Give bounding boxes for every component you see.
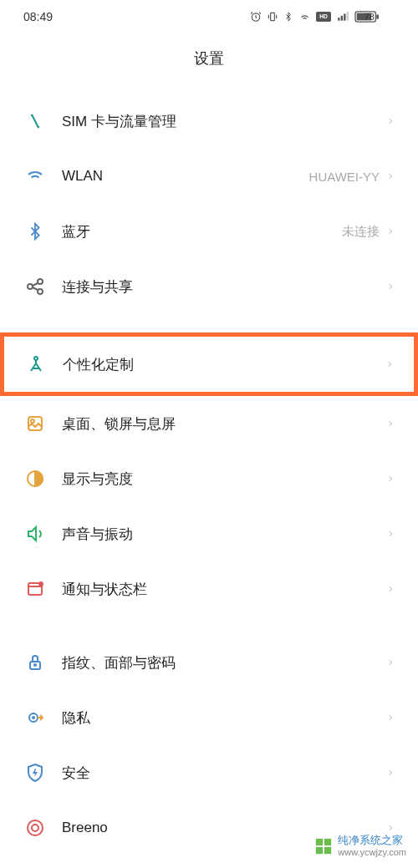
svg-rect-5: [340, 16, 342, 21]
item-value: 未连接: [342, 224, 380, 240]
chevron-right-icon: [386, 417, 395, 430]
status-icons: HD 78: [250, 11, 395, 23]
watermark-logo-icon: [314, 837, 333, 855]
svg-rect-28: [316, 847, 323, 854]
lock-icon: [23, 651, 47, 674]
battery-text: 78: [364, 12, 375, 22]
chevron-right-icon: [386, 582, 395, 596]
setting-item-sound[interactable]: 声音与振动: [20, 506, 398, 561]
setting-item-privacy[interactable]: 隐私: [20, 690, 398, 745]
svg-point-12: [38, 279, 43, 284]
chevron-right-icon: [386, 114, 395, 128]
item-label: SIM 卡与流量管理: [62, 112, 386, 131]
item-label: WLAN: [62, 168, 309, 185]
sound-icon: [23, 522, 47, 546]
setting-item-wlan[interactable]: WLAN HUAWEI-YY: [20, 149, 398, 204]
chevron-right-icon: [386, 711, 395, 724]
svg-rect-4: [338, 18, 339, 21]
watermark-url: www.ycwjzy.com: [338, 847, 406, 858]
bluetooth-icon: [23, 220, 47, 243]
desktop-icon: [23, 412, 47, 435]
setting-item-notification[interactable]: 通知与状态栏: [20, 561, 398, 617]
item-label: 安全: [62, 764, 386, 783]
item-label: 声音与振动: [62, 525, 386, 544]
breeno-icon: [23, 816, 47, 840]
display-icon: [23, 467, 47, 490]
settings-list: SIM 卡与流量管理 WLAN HUAWEI-YY 蓝牙 未连接 连接与共享 个…: [0, 94, 418, 855]
wifi-icon: [23, 165, 47, 188]
chevron-right-icon: [386, 280, 395, 293]
personalization-icon: [24, 353, 48, 376]
svg-point-16: [31, 419, 34, 423]
setting-item-sim[interactable]: SIM 卡与流量管理: [20, 94, 398, 149]
sharing-icon: [23, 275, 47, 298]
svg-rect-7: [346, 12, 348, 21]
chevron-right-icon: [386, 170, 395, 183]
sim-icon: [23, 109, 47, 133]
chevron-right-icon: [386, 225, 395, 238]
item-label: 显示与亮度: [62, 470, 386, 489]
hd-icon: HD: [316, 12, 331, 22]
setting-item-sharing[interactable]: 连接与共享: [20, 259, 398, 314]
item-label: 连接与共享: [62, 277, 386, 297]
page-title: 设置: [0, 33, 418, 94]
chevron-right-icon: [386, 472, 395, 485]
setting-item-personalization[interactable]: 个性化定制: [0, 332, 418, 396]
svg-rect-9: [376, 14, 379, 18]
svg-point-14: [34, 357, 38, 360]
item-value: HUAWEI-YY: [309, 170, 380, 184]
watermark-brand: 纯净系统之家: [338, 834, 406, 847]
svg-point-13: [38, 289, 43, 294]
watermark: 纯净系统之家 www.ycwjzy.com: [314, 834, 406, 858]
svg-rect-27: [324, 838, 331, 845]
item-label: 通知与状态栏: [62, 580, 386, 599]
setting-item-biometric[interactable]: 指纹、面部与密码: [20, 635, 398, 690]
svg-point-11: [28, 284, 33, 289]
signal-icon: [336, 11, 349, 23]
item-label: 指纹、面部与密码: [62, 653, 386, 673]
wifi-status-icon: [298, 11, 311, 23]
svg-point-23: [32, 716, 35, 719]
chevron-right-icon: [386, 821, 395, 835]
svg-text:HD: HD: [319, 13, 328, 19]
item-label: 隐私: [62, 708, 386, 728]
chevron-right-icon: [386, 766, 395, 779]
privacy-icon: [23, 706, 47, 729]
svg-rect-15: [28, 417, 42, 430]
setting-item-display[interactable]: 显示与亮度: [20, 451, 398, 506]
chevron-right-icon: [386, 527, 395, 541]
setting-item-bluetooth[interactable]: 蓝牙 未连接: [20, 204, 398, 259]
svg-rect-6: [344, 14, 345, 21]
alarm-icon: [250, 11, 262, 23]
svg-point-21: [34, 664, 36, 666]
svg-rect-29: [324, 847, 331, 854]
bluetooth-status-icon: [283, 11, 293, 23]
item-label: 个性化定制: [63, 355, 385, 374]
notification-icon: [23, 577, 47, 601]
setting-item-security[interactable]: 安全: [20, 745, 398, 800]
item-label: 桌面、锁屏与息屏: [62, 414, 386, 434]
status-bar: 08:49 HD 78: [0, 0, 418, 33]
chevron-right-icon: [386, 656, 395, 669]
svg-point-19: [39, 582, 43, 586]
status-time: 08:49: [23, 10, 53, 23]
vibrate-icon: [267, 11, 278, 23]
svg-point-24: [28, 820, 43, 835]
security-icon: [23, 761, 47, 784]
svg-point-25: [32, 825, 38, 831]
svg-rect-1: [270, 13, 274, 20]
svg-rect-26: [316, 838, 323, 845]
item-label: 蓝牙: [62, 222, 342, 241]
setting-item-desktop[interactable]: 桌面、锁屏与息屏: [20, 396, 398, 451]
chevron-right-icon: [385, 358, 394, 371]
